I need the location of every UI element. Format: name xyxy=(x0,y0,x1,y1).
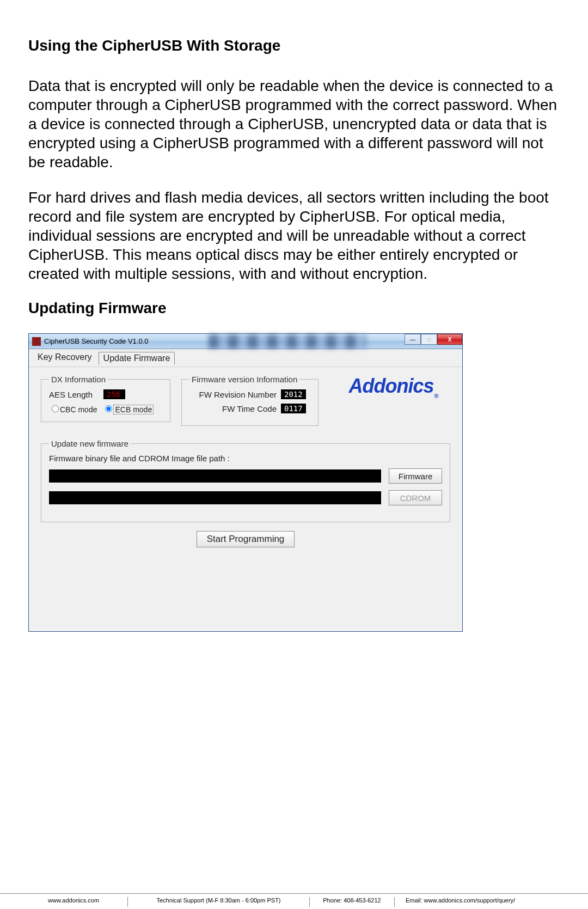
window-controls: — □ X xyxy=(405,334,462,345)
firmware-path-input[interactable] xyxy=(49,469,381,483)
cbc-mode-label: CBC mode xyxy=(60,405,97,414)
cdrom-path-input[interactable] xyxy=(49,491,381,504)
window-empty-area xyxy=(40,547,451,618)
cbc-mode-radio[interactable]: CBC mode xyxy=(49,404,97,414)
aes-length-value: 256 xyxy=(103,389,125,399)
minimize-button[interactable]: — xyxy=(405,334,421,345)
tab-key-recovery[interactable]: Key Recovery xyxy=(33,351,96,364)
footer-email: Email: www.addonics.com/support/query/ xyxy=(394,897,588,907)
page-footer: www.addonics.com Technical Support (M-F … xyxy=(0,893,588,907)
ecb-mode-radio[interactable]: ECB mode xyxy=(102,404,154,414)
footer-website: www.addonics.com xyxy=(0,897,127,907)
ecb-mode-label: ECB mode xyxy=(113,405,154,414)
file-path-label: Firmware binary file and CDROM Image fil… xyxy=(49,454,442,463)
tab-bar: Key Recovery Update Firmware xyxy=(29,349,462,367)
window-titlebar[interactable]: CipherUSB Security Code V1.0.0 — □ X xyxy=(29,334,462,349)
footer-support-hours: Technical Support (M-F 8:30am - 6:00pm P… xyxy=(127,897,309,907)
start-programming-button[interactable]: Start Programming xyxy=(197,531,295,547)
update-firmware-group: Update new firmware Firmware binary file… xyxy=(41,439,450,522)
firmware-version-group: Firmware version Information FW Revision… xyxy=(181,375,318,426)
addonics-logo: Addonics® xyxy=(348,375,437,398)
close-button[interactable]: X xyxy=(437,334,462,345)
fw-revision-label: FW Revision Number xyxy=(189,390,277,399)
titlebar-glass-decoration xyxy=(209,334,366,349)
maximize-button[interactable]: □ xyxy=(421,334,437,345)
aes-length-label: AES Length xyxy=(49,390,103,399)
update-legend: Update new firmware xyxy=(49,439,131,448)
dx-information-group: DX Information AES Length 256 CBC mode E… xyxy=(41,375,170,422)
fw-legend: Firmware version Information xyxy=(189,375,299,384)
heading-using-cipherusb: Using the CipherUSB With Storage xyxy=(28,37,560,54)
firmware-browse-button[interactable]: Firmware xyxy=(389,468,442,484)
heading-updating-firmware: Updating Firmware xyxy=(28,300,560,317)
window-client-area: DX Information AES Length 256 CBC mode E… xyxy=(29,367,462,631)
fw-revision-value: 2012 xyxy=(281,389,306,399)
footer-phone: Phone: 408-453-6212 xyxy=(309,897,394,907)
paragraph-1: Data that is encrypted will only be read… xyxy=(28,76,560,172)
fw-time-value: 0117 xyxy=(281,404,306,413)
fw-time-label: FW Time Code xyxy=(189,404,277,413)
window-title: CipherUSB Security Code V1.0.0 xyxy=(44,337,148,345)
registered-mark-icon: ® xyxy=(434,393,438,399)
cdrom-browse-button[interactable]: CDROM xyxy=(389,490,442,505)
dx-legend: DX Information xyxy=(49,375,108,384)
tab-update-firmware[interactable]: Update Firmware xyxy=(99,352,175,365)
addonics-logo-text: Addonics xyxy=(348,375,433,397)
paragraph-2: For hard drives and flash media devices,… xyxy=(28,188,560,283)
app-icon xyxy=(32,337,41,346)
cipherusb-window: CipherUSB Security Code V1.0.0 — □ X Key… xyxy=(28,333,463,632)
